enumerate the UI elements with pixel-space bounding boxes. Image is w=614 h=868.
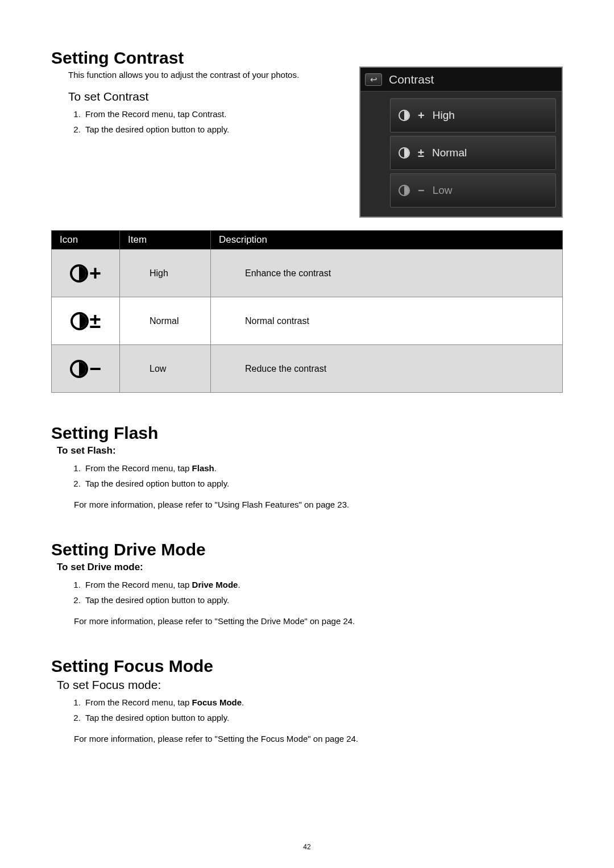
subheading-drive-mode: To set Drive mode: [57,562,563,573]
plus-icon: + [89,261,101,285]
option-high[interactable]: + High [390,98,556,132]
camera-header: ↩ Contrast [360,68,562,92]
section-contrast: Setting Contrast This function allows yo… [51,48,563,393]
page-number: 42 [0,843,614,851]
section-drive-mode: Setting Drive Mode To set Drive mode: Fr… [51,540,563,626]
contrast-icon [399,110,410,121]
heading-focus-mode: Setting Focus Mode [51,657,563,676]
step: From the Record menu, tap Drive Mode. [83,580,563,589]
contrast-icon [70,360,88,378]
contrast-icon [399,185,410,196]
steps-contrast: From the Record menu, tap Contrast. Tap … [83,109,348,134]
back-icon[interactable]: ↩ [365,73,382,86]
step: From the Record menu, tap Contrast. [83,109,348,119]
table-row: − Low Reduce the contrast [52,345,563,393]
option-label: High [433,109,455,122]
steps-drive-mode: From the Record menu, tap Drive Mode. Ta… [83,580,563,605]
table-row: ± Normal Normal contrast [52,297,563,345]
step: Tap the desired option button to apply. [83,595,563,605]
contrast-table: Icon Item Description + High Enhance the… [51,230,563,393]
step: From the Record menu, tap Flash. [83,463,563,473]
table-row: + High Enhance the contrast [52,250,563,297]
steps-focus-mode: From the Record menu, tap Focus Mode. Ta… [83,697,563,722]
contrast-icon [70,264,88,283]
desc-cell: Enhance the contrast [211,250,563,297]
section-flash: Setting Flash To set Flash: From the Rec… [51,423,563,509]
th-item: Item [120,231,211,250]
step: Tap the desired option button to apply. [83,713,563,722]
option-low[interactable]: − Low [390,173,556,207]
option-label: Normal [432,147,467,159]
note-drive-mode: For more information, please refer to "S… [74,616,563,626]
camera-screenshot: ↩ Contrast + High ± Normal [359,67,563,218]
th-icon: Icon [52,231,120,250]
heading-contrast: Setting Contrast [51,48,348,68]
intro-contrast: This function allows you to adjust the c… [68,70,348,80]
step: From the Record menu, tap Focus Mode. [83,697,563,707]
heading-drive-mode: Setting Drive Mode [51,540,563,559]
step: Tap the desired option button to apply. [83,479,563,488]
option-label: Low [433,184,453,197]
desc-cell: Reduce the contrast [211,345,563,393]
subheading-focus-mode: To set Focus mode: [57,678,563,692]
plus-icon: + [418,109,425,122]
camera-title: Contrast [389,73,434,86]
option-normal[interactable]: ± Normal [390,136,556,170]
steps-flash: From the Record menu, tap Flash. Tap the… [83,463,563,488]
subheading-contrast: To set Contrast [68,90,348,103]
note-focus-mode: For more information, please refer to "S… [74,734,563,744]
subheading-flash: To set Flash: [57,445,563,456]
section-focus-mode: Setting Focus Mode To set Focus mode: Fr… [51,657,563,744]
plus-minus-icon: ± [418,147,424,160]
item-cell: High [120,250,211,297]
th-desc: Description [211,231,563,250]
item-cell: Low [120,345,211,393]
heading-flash: Setting Flash [51,423,563,443]
minus-icon: − [89,357,101,380]
desc-cell: Normal contrast [211,297,563,345]
item-cell: Normal [120,297,211,345]
contrast-icon [70,312,89,330]
contrast-icon [399,147,410,159]
plus-minus-icon: ± [90,309,101,333]
step: Tap the desired option button to apply. [83,124,348,134]
minus-icon: − [418,184,425,197]
note-flash: For more information, please refer to "U… [74,500,563,509]
